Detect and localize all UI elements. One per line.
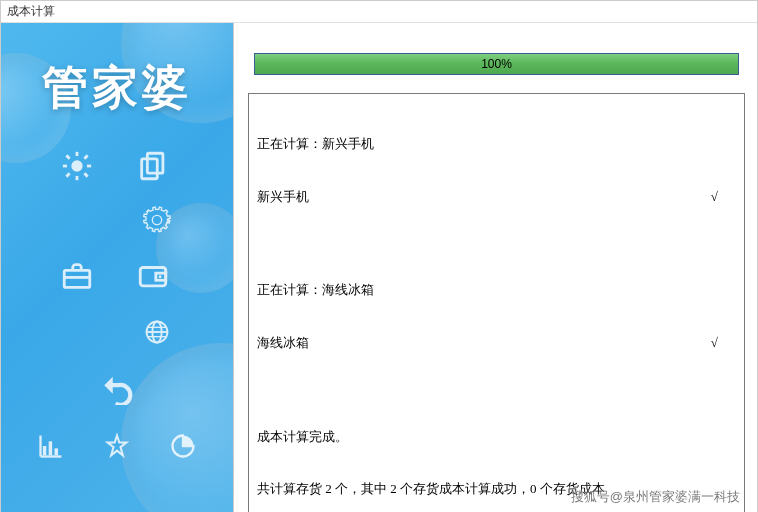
log-done: 成本计算完成。 [257,428,736,446]
log-line: 新兴手机 √ [257,188,736,206]
log-line: 海线冰箱 √ [257,334,736,352]
window-title: 成本计算 [1,1,757,23]
progress-bar: 100% [254,53,739,75]
svg-point-15 [159,275,162,278]
bar-chart-icon [33,428,69,464]
log-summary: 共计算存货 2 个，其中 2 个存货成本计算成功，0 个存货成本 [257,480,736,498]
gear-icon [139,202,175,238]
check-icon: √ [711,334,736,352]
svg-rect-9 [147,153,163,173]
globe-icon [139,314,175,350]
svg-line-8 [84,155,87,158]
sidebar-icon-grid [29,148,209,488]
content-area: 管家婆 [1,23,757,512]
svg-line-7 [66,173,69,176]
log-output: 正在计算：新兴手机 新兴手机 √ 正在计算：海线冰箱 海线冰箱 √ 成本计算完成… [248,93,745,512]
spacer [257,387,736,393]
svg-point-0 [71,160,82,171]
dialog-window: 成本计算 管家婆 [0,0,758,512]
undo-icon [99,370,135,406]
progress-container: 100% [248,53,745,75]
log-line: 正在计算：新兴手机 [257,135,736,153]
main-panel: 100% 正在计算：新兴手机 新兴手机 √ 正在计算：海线冰箱 海线冰箱 √ 成… [233,23,757,512]
svg-rect-13 [140,268,166,286]
svg-rect-11 [64,270,90,287]
star-icon [99,428,135,464]
wallet-icon [135,258,171,294]
copy-icon [135,148,171,184]
svg-rect-24 [49,441,53,455]
log-item: 海线冰箱 [257,334,309,352]
sun-icon [59,148,95,184]
svg-rect-25 [55,448,59,455]
svg-line-5 [66,155,69,158]
brand-title: 管家婆 [1,57,233,119]
sidebar-banner: 管家婆 [1,23,233,512]
check-icon: √ [711,188,736,206]
briefcase-icon [59,258,95,294]
spacer [257,240,736,246]
svg-line-6 [84,173,87,176]
progress-label: 100% [481,57,512,71]
svg-rect-23 [43,446,47,455]
log-line: 正在计算：海线冰箱 [257,281,736,299]
svg-rect-10 [142,159,158,179]
log-item: 新兴手机 [257,188,309,206]
pie-chart-icon [165,428,201,464]
